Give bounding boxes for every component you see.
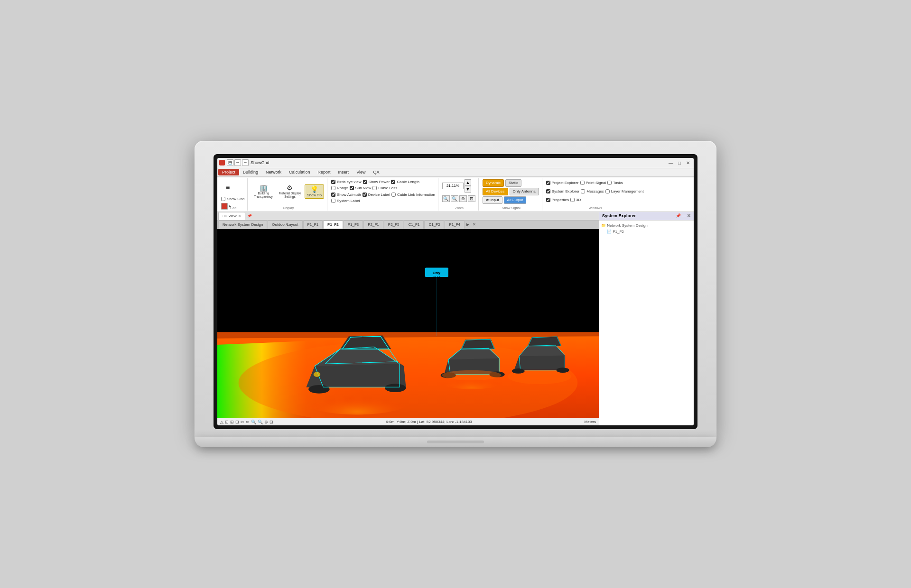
zoom-input[interactable] (442, 183, 464, 189)
messages-check[interactable]: Messages (581, 189, 604, 193)
doc-tab-close[interactable]: ✕ (471, 222, 477, 227)
system-explorer-checkbox[interactable] (546, 189, 550, 193)
tab-pin[interactable]: 📌 (246, 214, 253, 218)
range-check[interactable]: Range (331, 186, 348, 190)
cable-length-check[interactable]: Cable Length (391, 180, 419, 184)
system-label-check[interactable]: System Label (331, 199, 360, 203)
save-button[interactable]: 💾 (227, 159, 233, 166)
three-d-checkbox[interactable] (570, 198, 575, 202)
show-power-checkbox[interactable] (363, 180, 367, 184)
tab-p1f2[interactable]: P1_F2 (323, 220, 343, 229)
static-button[interactable]: Static (505, 179, 521, 187)
tab-c1f1-label: C1_F1 (408, 222, 419, 227)
zoom-in-button[interactable]: 🔍 (442, 195, 450, 202)
title-bar-left: 💾 ↩ ↪ ShowGrid (219, 159, 667, 166)
zoom-down-button[interactable]: ▼ (465, 186, 471, 193)
explorer-close[interactable]: ✕ (687, 213, 691, 218)
minimize-button[interactable]: — (667, 159, 675, 166)
properties-check[interactable]: Properties (546, 198, 569, 202)
menu-building[interactable]: Building (239, 169, 262, 175)
tab-3d-close[interactable]: ✕ (238, 214, 241, 218)
cable-link-checkbox[interactable] (391, 193, 396, 197)
explorer-tree-item[interactable]: 📁 Network System Design (601, 222, 692, 229)
only-antenna-button[interactable]: Only Antenna (510, 188, 539, 195)
tab-c1f2[interactable]: C1_F2 (424, 220, 444, 229)
cable-loss-check[interactable]: Cable Loss (372, 186, 397, 190)
explorer-controls: 📌 — ✕ (676, 213, 691, 218)
show-tip-button[interactable]: 💡 Show Tip (305, 184, 324, 199)
building-icon: 🏢 (260, 184, 268, 191)
show-power-check[interactable]: Show Power (363, 180, 390, 184)
at-output-button[interactable]: At Output (504, 196, 527, 204)
ribbon-content: ≡ Show Grid ▶ (217, 177, 694, 211)
zoom-out-button[interactable]: 🔍 (451, 195, 458, 202)
device-label-checkbox[interactable] (363, 193, 367, 197)
messages-checkbox[interactable] (581, 189, 585, 193)
system-explorer-check[interactable]: System Explorer (546, 189, 580, 193)
tab-p1f1[interactable]: P1_F1 (303, 220, 323, 229)
zoom-up-button[interactable]: ▲ (465, 179, 471, 186)
azimuth-check[interactable]: Show Azimuth (331, 193, 361, 197)
sub-view-check[interactable]: Sub View (350, 186, 372, 190)
range-checkbox[interactable] (331, 186, 335, 190)
device-label-check[interactable]: Device Label (363, 193, 390, 197)
menu-qa[interactable]: QA (369, 169, 383, 175)
layer-mgmt-checkbox[interactable] (605, 189, 610, 193)
birds-eye-checkbox[interactable] (331, 180, 335, 184)
ribbon-row-zoom2: 🔍 🔍 ⊕ ⊡ (442, 193, 475, 204)
tab-p1f3[interactable]: P1_F3 (344, 220, 363, 229)
layer-button[interactable]: ≡ (221, 183, 234, 192)
menu-project[interactable]: Project (218, 169, 239, 175)
menu-report[interactable]: Report (314, 169, 335, 175)
show-grid-checkbox[interactable] (221, 197, 225, 201)
svg-marker-29 (528, 336, 561, 346)
tasks-check[interactable]: Tasks (607, 181, 623, 185)
cable-link-check[interactable]: Cable Link Information (391, 193, 435, 197)
azimuth-checkbox[interactable] (331, 193, 335, 197)
project-explorer-check[interactable]: Project Explorer (546, 181, 579, 185)
system-label-checkbox[interactable] (331, 199, 335, 203)
ribbon-row-opts1: Birds eye view Show Power Cable Length (331, 179, 435, 185)
tab-3d-view[interactable]: 3D View ✕ (218, 212, 245, 220)
menu-network[interactable]: Network (262, 169, 285, 175)
menu-insert[interactable]: Insert (335, 169, 353, 175)
menu-view[interactable]: View (353, 169, 369, 175)
sub-view-checkbox[interactable] (350, 186, 354, 190)
layer-mgmt-check[interactable]: Layer Management (605, 189, 644, 193)
show-grid-check[interactable]: Show Grid (221, 197, 244, 201)
redo-button[interactable]: ↪ (242, 159, 249, 166)
point-signal-check[interactable]: Point Signal (580, 181, 606, 185)
explorer-tree-item-sub[interactable]: 📄 P1_F2 (601, 229, 692, 235)
tab-c1f1[interactable]: C1_F1 (404, 220, 424, 229)
maximize-button[interactable]: □ (676, 159, 683, 166)
zoom-fit-button[interactable]: ⊕ (459, 195, 467, 202)
tab-p1f4[interactable]: P1_F4 (445, 220, 465, 229)
doc-tab-arrow[interactable]: ▶ (465, 222, 471, 227)
at-input-button[interactable]: At Input (483, 196, 502, 204)
cable-length-checkbox[interactable] (391, 180, 395, 184)
azimuth-label: Show Azimuth (337, 193, 361, 197)
zoom-region-button[interactable]: ⊡ (468, 195, 475, 202)
undo-button[interactable]: ↩ (234, 159, 241, 166)
dynamic-button[interactable]: Dynamic (483, 179, 504, 187)
material-display-button[interactable]: ⚙ Material DisplaySettings (277, 183, 303, 200)
close-button[interactable]: ✕ (684, 159, 692, 166)
project-explorer-checkbox[interactable] (546, 181, 550, 185)
birds-eye-check[interactable]: Birds eye view (331, 180, 362, 184)
explorer-minimize[interactable]: — (682, 213, 686, 218)
three-d-check[interactable]: 3D (570, 198, 581, 202)
tab-p2f5[interactable]: P2_F5 (384, 220, 404, 229)
tab-p2f1[interactable]: P2_F1 (363, 220, 383, 229)
tab-p1f4-label: P1_F4 (449, 222, 460, 227)
explorer-pin[interactable]: 📌 (676, 213, 681, 218)
all-devices-button[interactable]: All Devices (483, 188, 508, 195)
cable-loss-checkbox[interactable] (372, 186, 377, 190)
tab-network-system[interactable]: Network System Design (218, 220, 267, 229)
ribbon-row-signal3: At Input At Output (483, 196, 539, 204)
properties-checkbox[interactable] (546, 198, 550, 202)
point-signal-checkbox[interactable] (580, 181, 585, 185)
tasks-checkbox[interactable] (607, 181, 612, 185)
tab-outdoor[interactable]: Outdoor/Layout (268, 220, 302, 229)
building-transparency-button[interactable]: 🏢 BuildingTransparency (251, 183, 275, 200)
menu-calculation[interactable]: Calculation (285, 169, 314, 175)
